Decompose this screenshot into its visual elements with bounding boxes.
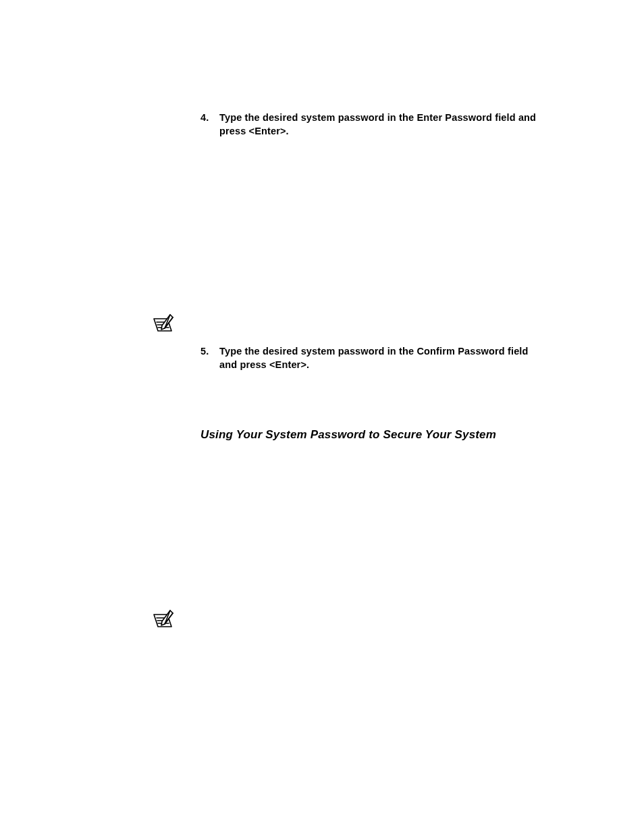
note-pencil-icon bbox=[150, 608, 177, 632]
document-page: 4. Type the desired system password in t… bbox=[0, 0, 644, 834]
step-5: 5. Type the desired system password in t… bbox=[200, 345, 545, 371]
step-4-number: 4. bbox=[200, 111, 219, 125]
note-pencil-icon bbox=[150, 312, 177, 336]
step-5-number: 5. bbox=[200, 345, 219, 359]
step-5-text: Type the desired system password in the … bbox=[219, 345, 545, 371]
section-heading-block: Using Your System Password to Secure You… bbox=[200, 428, 545, 442]
step-4: 4. Type the desired system password in t… bbox=[200, 111, 545, 138]
section-heading: Using Your System Password to Secure You… bbox=[200, 428, 545, 442]
step-4-text: Type the desired system password in the … bbox=[219, 111, 545, 138]
